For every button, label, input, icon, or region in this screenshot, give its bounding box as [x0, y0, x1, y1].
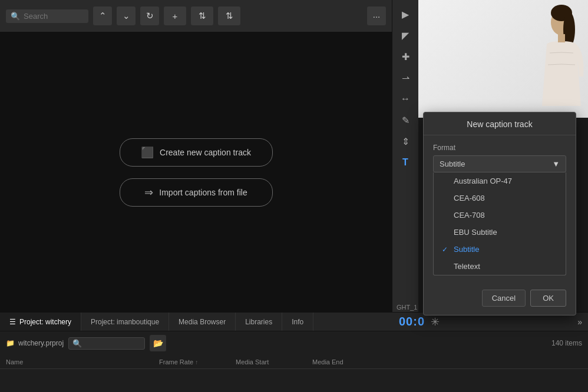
col-media-end: Media End: [312, 358, 582, 366]
chevron-up-btn[interactable]: ⌃: [93, 6, 112, 25]
folder-icon: 📁: [6, 339, 15, 347]
col-framerate[interactable]: Frame Rate ↑: [159, 358, 236, 366]
timer-display: 00:0: [399, 315, 425, 328]
format-dropdown: Australian OP-47 CEA-608 CEA-708 EBU Sub…: [433, 172, 566, 275]
col-start-label: Media Start: [236, 358, 269, 366]
col-end-label: Media End: [312, 358, 343, 366]
search-input[interactable]: [24, 12, 82, 21]
dropdown-item-ebu[interactable]: EBU Subtitle: [434, 224, 566, 241]
menu-icon: ☰: [9, 318, 16, 326]
new-caption-dialog: New caption track Format Subtitle ▼ Aust…: [423, 112, 576, 315]
bottom-search-input[interactable]: [84, 339, 143, 347]
tab-label-media-browser: Media Browser: [179, 318, 226, 326]
tab-media-browser[interactable]: Media Browser: [169, 313, 236, 331]
dropdown-label-australian: Australian OP-47: [454, 177, 512, 185]
dialog-footer: Cancel OK: [424, 284, 576, 315]
tab-libraries[interactable]: Libraries: [236, 313, 282, 331]
track-select-btn[interactable]: ⇀: [396, 68, 415, 87]
format-label: Format: [433, 144, 566, 152]
hand-tool-btn[interactable]: ✚: [396, 47, 415, 66]
import-caption-icon: ⇒: [144, 186, 153, 199]
cursor-tool-btn[interactable]: ▶: [396, 5, 415, 24]
dropdown-item-teletext[interactable]: Teletext: [434, 258, 566, 275]
dropdown-label-cea608: CEA-608: [454, 194, 485, 202]
dropdown-item-australian[interactable]: Australian OP-47: [434, 172, 566, 190]
sort-icon: ↑: [195, 359, 198, 366]
add-btn[interactable]: +: [164, 6, 186, 25]
create-caption-icon: ⬛: [141, 146, 154, 159]
preview-image: [418, 0, 588, 118]
create-caption-btn[interactable]: ⬛ Create new caption track: [120, 138, 273, 167]
col-framerate-label: Frame Rate: [159, 358, 193, 366]
tab-label-witchery: Project: witchery: [19, 318, 71, 326]
dialog-body: Format Subtitle ▼ Australian OP-47 CEA-6…: [424, 135, 576, 284]
import-caption-btn[interactable]: ⇒ Import captions from file: [120, 178, 273, 207]
ripple-edit-btn[interactable]: ↔: [396, 89, 415, 108]
preview-panel: [418, 0, 588, 118]
dropdown-label-subtitle: Subtitle: [454, 245, 479, 254]
tab-project-imanboutique[interactable]: Project: imanboutique: [81, 313, 169, 331]
format-select-btn[interactable]: Subtitle ▼: [433, 155, 566, 172]
file-list-header: Name Frame Rate ↑ Media Start Media End: [0, 355, 588, 369]
items-count: 140 items: [551, 339, 582, 347]
col-media-start: Media Start: [236, 358, 312, 366]
tab-label-imanboutique: Project: imanboutique: [91, 318, 159, 326]
dropdown-item-cea708[interactable]: CEA-708: [434, 207, 566, 224]
chevron-down-icon: ▼: [552, 160, 560, 168]
search-icon: 🔍: [11, 12, 20, 21]
dropdown-label-teletext: Teletext: [454, 262, 480, 271]
person-svg: [517, 0, 588, 118]
check-icon-subtitle: ✓: [442, 245, 449, 254]
select-tool-btn[interactable]: ◤: [396, 26, 415, 45]
format-selected-value: Subtitle: [440, 160, 465, 168]
right-toolbar: ▶ ◤ ✚ ⇀ ↔ ✎ ⇕ T: [392, 0, 418, 312]
dialog-title: New caption track: [424, 112, 576, 135]
spinner-icon: ✳: [431, 315, 440, 328]
dropdown-item-cea608[interactable]: CEA-608: [434, 190, 566, 207]
tab-project-witchery[interactable]: ☰ Project: witchery: [0, 313, 81, 331]
col-name: Name: [6, 358, 159, 366]
arrow-up-down-btn[interactable]: ⇅: [191, 6, 213, 25]
top-toolbar: 🔍 ⌃ ⌄ ↻ + ⇅ ⇅ ···: [0, 0, 392, 32]
create-caption-label: Create new caption track: [160, 148, 251, 157]
expand-btn[interactable]: ⇅: [218, 6, 240, 25]
bottom-search-bar[interactable]: 🔍: [68, 337, 145, 350]
more-tabs-btn[interactable]: »: [572, 314, 588, 330]
tab-info[interactable]: Info: [282, 313, 313, 331]
project-file-row[interactable]: 📁 witchery.prproj: [6, 335, 64, 351]
format-select-container: Subtitle ▼ Australian OP-47 CEA-608 CEA-…: [433, 155, 566, 275]
dropdown-item-subtitle[interactable]: ✓ Subtitle: [434, 241, 566, 258]
dropdown-label-ebu: EBU Subtitle: [454, 228, 497, 237]
col-name-label: Name: [6, 358, 23, 366]
ok-button[interactable]: OK: [530, 290, 566, 307]
chevron-down-btn[interactable]: ⌄: [117, 6, 136, 25]
dropdown-label-cea708: CEA-708: [454, 211, 485, 220]
file-name: witchery.prproj: [18, 339, 64, 347]
import-caption-label: Import captions from file: [159, 188, 247, 197]
refresh-btn[interactable]: ↻: [140, 6, 159, 25]
svg-rect-3: [558, 34, 565, 42]
tab-label-libraries: Libraries: [245, 318, 272, 326]
more-options-btn[interactable]: ···: [367, 6, 386, 25]
new-bin-btn[interactable]: 📂: [150, 335, 166, 351]
pen-tool-btn[interactable]: ✎: [396, 111, 415, 129]
bottom-panel: ☰ Project: witchery Project: imanboutiqu…: [0, 312, 588, 392]
slip-tool-btn[interactable]: ⇕: [396, 132, 415, 151]
search-small-icon: 🔍: [72, 339, 82, 348]
type-tool-btn[interactable]: T: [396, 153, 415, 172]
tab-label-info: Info: [292, 318, 303, 326]
cancel-button[interactable]: Cancel: [482, 290, 526, 307]
search-bar[interactable]: 🔍: [6, 9, 88, 23]
caption-main-area: ⬛ Create new caption track ⇒ Import capt…: [0, 32, 392, 312]
